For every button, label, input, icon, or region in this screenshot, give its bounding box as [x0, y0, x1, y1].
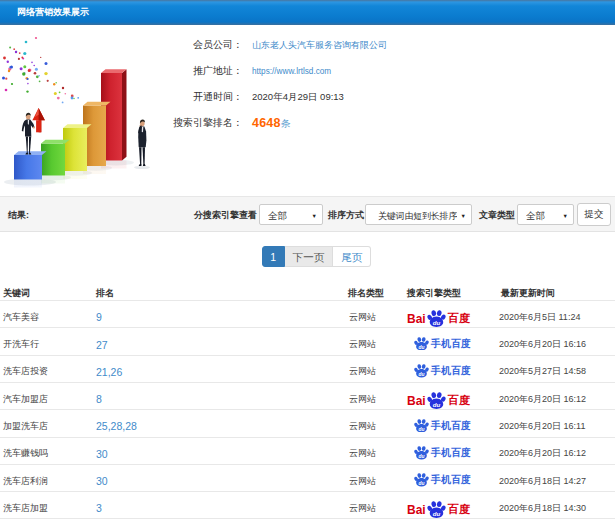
- pagination: 1 下一页 尾页: [262, 246, 371, 267]
- mobile-baidu-text: 手机百度: [431, 446, 471, 460]
- updated-cell: 2020年6月5日 11:24: [498, 301, 615, 328]
- svg-text:du: du: [432, 510, 440, 517]
- title-bar: 网络营销效果展示: [0, 0, 615, 25]
- mobile-baidu-logo: du手机百度: [414, 419, 471, 433]
- mobile-baidu-logo: du手机百度: [414, 337, 471, 351]
- table-row: 加盟洗车店25,28,28云网站du手机百度2020年6月20日 16:11: [0, 410, 615, 437]
- engine-cell: du手机百度: [404, 410, 498, 437]
- table-row: 洗车店加盟3云网站Baidu百度2020年6月18日 14:30: [0, 492, 615, 519]
- filter-bar: 结果: 分搜索引擎查看 全部 ▼ 排序方式 关键词由短到长排序 ▼ 文章类型 全…: [0, 196, 615, 232]
- baidu-logo-bai-text: Bai: [407, 503, 426, 517]
- keyword-cell: 汽车美容: [0, 301, 93, 328]
- svg-text:du: du: [432, 319, 440, 326]
- baidu-logo: Baidu百度: [407, 392, 470, 409]
- col-rank: 排名: [93, 272, 345, 301]
- info-row-url: 推广地址： https://www.lrtlsd.com: [0, 58, 615, 84]
- baidu-logo: Baidu百度: [407, 501, 470, 518]
- baidu-logo-cn-text: 百度: [448, 502, 470, 517]
- engine-cell: du手机百度: [404, 437, 498, 464]
- rank-cell: 25,28,28: [93, 410, 345, 437]
- sort-select[interactable]: 关键词由短到长排序: [366, 207, 471, 226]
- baidu-paw-icon: du: [414, 364, 429, 378]
- last-page-button[interactable]: 尾页: [333, 246, 371, 267]
- table-row: 开洗车行27云网站du手机百度2020年6月20日 16:16: [0, 328, 615, 355]
- table-row: 汽车美容9云网站Baidu百度2020年6月5日 11:24: [0, 301, 615, 328]
- engine-cell: du手机百度: [404, 328, 498, 355]
- engine-cell: Baidu百度: [404, 382, 498, 409]
- mobile-baidu-text: 手机百度: [431, 364, 471, 378]
- baidu-paw-icon: du: [414, 419, 429, 433]
- rank-type-cell: 云网站: [345, 328, 404, 355]
- summary-section: 会员公司： 山东老人头汽车服务咨询有限公司 推广地址： https://www.…: [0, 25, 615, 196]
- engine-select-wrap: 全部 ▼: [259, 204, 323, 225]
- table-header-row: 关键词 排名 排名类型 搜索引擎类型 最新更新时间: [0, 272, 615, 301]
- info-row-opentime: 开通时间： 2020年4月29日 09:13: [0, 84, 615, 110]
- engine-cell: du手机百度: [404, 464, 498, 491]
- engine-cell: du手机百度: [404, 355, 498, 382]
- table-row: 洗车店投资21,26云网站du手机百度2020年5月27日 14:58: [0, 355, 615, 382]
- col-keyword: 关键词: [0, 272, 93, 301]
- mobile-baidu-logo: du手机百度: [414, 364, 471, 378]
- company-label: 会员公司：: [0, 38, 243, 52]
- info-row-rank: 搜索引擎排名： 4648条: [0, 110, 615, 136]
- updated-cell: 2020年6月20日 16:12: [498, 437, 615, 464]
- company-link[interactable]: 山东老人头汽车服务咨询有限公司: [252, 39, 387, 52]
- result-label: 结果:: [8, 209, 29, 222]
- open-time-label: 开通时间：: [0, 90, 243, 104]
- mobile-baidu-text: 手机百度: [431, 337, 471, 351]
- rank-type-cell: 云网站: [345, 301, 404, 328]
- baidu-paw-icon: du: [414, 337, 429, 351]
- rank-label: 搜索引擎排名：: [0, 116, 243, 130]
- article-type-label: 文章类型: [479, 209, 515, 222]
- page-1-button[interactable]: 1: [262, 246, 285, 267]
- keyword-cell: 开洗车行: [0, 328, 93, 355]
- table-row: 汽车加盟店8云网站Baidu百度2020年6月20日 16:12: [0, 382, 615, 409]
- rank-cell: 27: [93, 328, 345, 355]
- pagination-wrap: 1 下一页 尾页: [0, 232, 615, 272]
- table-row: 洗车赚钱吗30云网站du手机百度2020年6月20日 16:12: [0, 437, 615, 464]
- article-type-select[interactable]: 全部: [518, 206, 573, 225]
- keyword-cell: 洗车店利润: [0, 464, 93, 491]
- baidu-paw-icon: du: [427, 501, 446, 518]
- engine-select[interactable]: 全部: [260, 206, 322, 225]
- rank-type-cell: 云网站: [345, 410, 404, 437]
- url-label: 推广地址：: [0, 64, 243, 78]
- rank-type-cell: 云网站: [345, 492, 404, 519]
- engine-cell: Baidu百度: [404, 492, 498, 519]
- rank-cell: 21,26: [93, 355, 345, 382]
- sort-select-wrap: 关键词由短到长排序 ▼: [365, 204, 472, 225]
- keyword-cell: 洗车店加盟: [0, 492, 93, 519]
- baidu-logo-cn-text: 百度: [448, 311, 470, 326]
- svg-text:du: du: [419, 372, 425, 377]
- mobile-baidu-text: 手机百度: [431, 473, 471, 487]
- keyword-cell: 汽车加盟店: [0, 382, 93, 409]
- rank-unit: 条: [281, 118, 291, 129]
- keyword-rank-table: 关键词 排名 排名类型 搜索引擎类型 最新更新时间 汽车美容9云网站Baidu百…: [0, 272, 615, 519]
- rank-cell: 3: [93, 492, 345, 519]
- submit-button[interactable]: 提交: [577, 203, 611, 226]
- svg-text:du: du: [419, 345, 425, 350]
- col-rank-type: 排名类型: [345, 272, 404, 301]
- mobile-baidu-text: 手机百度: [431, 419, 471, 433]
- rank-type-cell: 云网站: [345, 464, 404, 491]
- col-engine-type: 搜索引擎类型: [404, 272, 498, 301]
- next-page-button[interactable]: 下一页: [285, 246, 334, 267]
- rank-cell: 9: [93, 301, 345, 328]
- updated-cell: 2020年5月27日 14:58: [498, 355, 615, 382]
- baidu-paw-icon: du: [427, 310, 446, 327]
- engine-cell: Baidu百度: [404, 301, 498, 328]
- col-updated: 最新更新时间: [498, 272, 615, 301]
- table-row: 洗车店利润30云网站du手机百度2020年6月18日 14:27: [0, 464, 615, 491]
- svg-text:du: du: [432, 401, 440, 408]
- open-time-value: 2020年4月29日 09:13: [252, 91, 344, 104]
- rank-cell: 30: [93, 437, 345, 464]
- updated-cell: 2020年6月20日 16:16: [498, 328, 615, 355]
- page-title: 网络营销效果展示: [17, 6, 89, 19]
- promotion-url-link[interactable]: https://www.lrtlsd.com: [252, 67, 331, 76]
- keyword-cell: 洗车赚钱吗: [0, 437, 93, 464]
- updated-cell: 2020年6月20日 16:12: [498, 382, 615, 409]
- mobile-baidu-logo: du手机百度: [414, 473, 471, 487]
- rank-type-cell: 云网站: [345, 382, 404, 409]
- svg-text:du: du: [419, 481, 425, 486]
- updated-cell: 2020年6月18日 14:30: [498, 492, 615, 519]
